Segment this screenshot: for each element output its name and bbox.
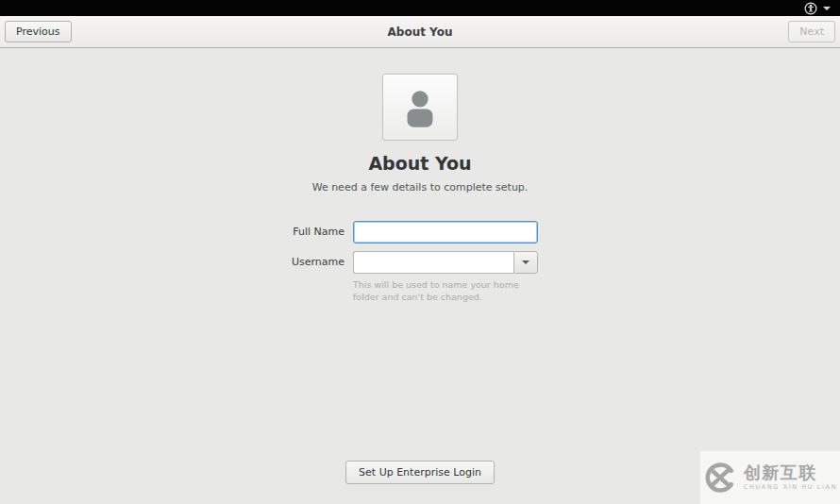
full-name-input[interactable] <box>353 221 538 244</box>
watermark-cn-text: 创新互联 <box>744 464 837 481</box>
next-button[interactable]: Next <box>788 21 835 42</box>
username-label: Username <box>279 251 344 304</box>
page-title: About You <box>388 25 453 39</box>
username-input[interactable] <box>353 251 513 274</box>
avatar-picker-button[interactable] <box>382 74 458 141</box>
enterprise-login-button[interactable]: Set Up Enterprise Login <box>345 461 495 484</box>
system-top-bar <box>0 0 840 16</box>
about-you-page: About You We need a few details to compl… <box>0 49 840 504</box>
watermark-text: 创新互联 CHUANG XIN HU LIAN <box>744 464 837 491</box>
full-name-label: Full Name <box>279 221 344 244</box>
previous-button[interactable]: Previous <box>5 21 72 42</box>
about-you-form: Full Name Username This will be used to … <box>279 221 542 311</box>
headerbar: Previous About You Next <box>0 16 840 48</box>
username-combo <box>353 251 542 274</box>
username-row: Username This will be used to name your … <box>279 251 542 304</box>
username-dropdown-button[interactable] <box>513 251 538 274</box>
status-menu-caret-icon <box>823 7 831 10</box>
about-you-subtitle: We need a few details to complete setup. <box>0 181 840 193</box>
watermark-badge: 创新互联 CHUANG XIN HU LIAN <box>700 451 840 504</box>
status-menu[interactable] <box>800 0 834 16</box>
watermark-en-text: CHUANG XIN HU LIAN <box>744 484 837 491</box>
watermark-logo-icon <box>703 461 737 495</box>
username-field-group: This will be used to name your home fold… <box>353 251 542 304</box>
accessibility-icon <box>804 2 817 15</box>
avatar-person-icon <box>397 85 443 130</box>
about-you-heading: About You <box>0 153 840 174</box>
username-help-text: This will be used to name your home fold… <box>353 278 542 304</box>
full-name-row: Full Name <box>279 221 542 244</box>
dropdown-caret-icon <box>522 260 529 264</box>
